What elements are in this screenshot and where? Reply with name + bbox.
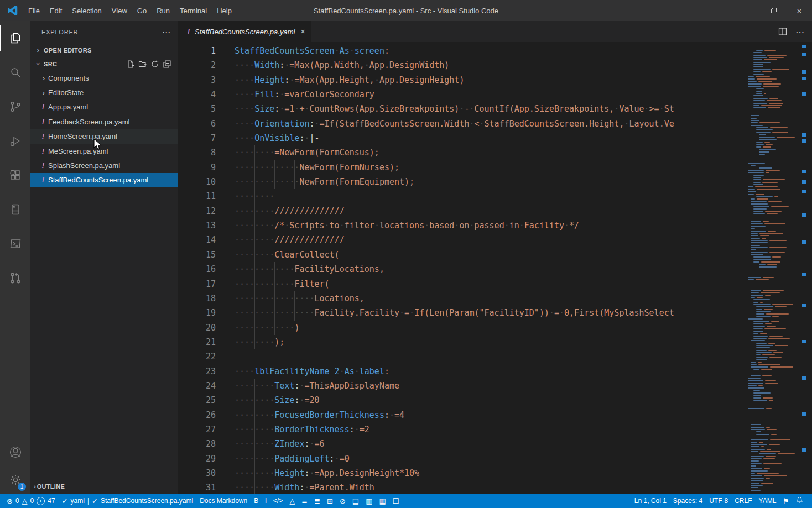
tab-close-icon[interactable]: ×	[300, 27, 305, 36]
doc-template-button[interactable]: ▤	[349, 494, 362, 508]
code-area[interactable]: 1StaffBedCountsScreen·As·screen:2····Wid…	[178, 42, 746, 494]
bold-button[interactable]: B	[251, 494, 262, 508]
minimap[interactable]	[746, 42, 797, 494]
unordered-list-button[interactable]: ≣	[311, 494, 324, 508]
code-line[interactable]: 11········	[178, 189, 746, 203]
tab-staffbedcountsscreen[interactable]: ! StaffBedCountsScreen.pa.yaml ×	[178, 21, 311, 42]
code-line[interactable]: 10·············NewForm(FormEquipment);	[178, 175, 746, 189]
code-line[interactable]: 7····OnVisible:·|-	[178, 131, 746, 145]
feedback[interactable]: ⚑	[779, 494, 793, 508]
tree-item-staffbedcountsscreen-pa-yaml[interactable]: !StaffBedCountsScreen.pa.yaml	[30, 173, 178, 187]
new-file-icon[interactable]	[126, 60, 135, 69]
src-section[interactable]: › SRC	[30, 57, 178, 71]
italic-button[interactable]: i	[262, 494, 270, 508]
doc-upload-button[interactable]: ▥	[362, 494, 376, 508]
run-debug-icon[interactable]	[0, 124, 30, 158]
tree-item-mescreen-pa-yaml[interactable]: !MeScreen.pa.yaml	[30, 144, 178, 158]
activity-bar: 1	[0, 21, 30, 494]
editor-more-icon[interactable]: ⋯	[795, 27, 804, 37]
code-line[interactable]: 14········//////////////	[178, 233, 746, 247]
preview-button[interactable]: ☐	[389, 494, 403, 508]
outline-section[interactable]: › OUTLINE	[30, 479, 178, 494]
code-line[interactable]: 15········ClearCollect(	[178, 248, 746, 262]
refresh-icon[interactable]	[150, 60, 159, 69]
code-line[interactable]: 27········BorderThickness:·=2	[178, 422, 746, 437]
remote-explorer-icon[interactable]	[0, 192, 30, 227]
language-mode[interactable]: YAML	[756, 494, 780, 508]
menu-go[interactable]: Go	[132, 0, 152, 21]
code-line[interactable]: 18················Locations,	[178, 291, 746, 306]
menu-help[interactable]: Help	[212, 0, 237, 21]
code-button[interactable]: </>	[270, 494, 286, 508]
collapse-all-icon[interactable]	[163, 60, 171, 69]
menu-file[interactable]: File	[23, 0, 45, 21]
code-line[interactable]: 23····lblFacilityName_2·As·label:	[178, 364, 746, 379]
split-editor-icon[interactable]	[778, 27, 788, 36]
code-line[interactable]: 20············)	[178, 321, 746, 335]
code-line[interactable]: 5····Size:·=1·+·CountRows(App.SizeBreakp…	[178, 102, 746, 116]
code-line[interactable]: 13········/*·Scripts·to·filter·locations…	[178, 218, 746, 233]
tree-item-splashscreen-pa-yaml[interactable]: !SplashScreen.pa.yaml	[30, 158, 178, 172]
code-line[interactable]: 12········//////////////	[178, 204, 746, 218]
code-line[interactable]: 16············FacilityLocations,	[178, 262, 746, 276]
code-line[interactable]: 17············Filter(	[178, 277, 746, 291]
overview-ruler[interactable]	[797, 42, 812, 494]
settings-gear-icon[interactable]: 1	[0, 466, 30, 494]
code-line[interactable]: 2····Width:·=Max(App.Width,·App.DesignWi…	[178, 58, 746, 72]
encoding[interactable]: UTF-8	[706, 494, 731, 508]
doc-code-button[interactable]: ▦	[376, 494, 389, 508]
code-line[interactable]: 22	[178, 349, 746, 364]
source-control-icon[interactable]	[0, 90, 30, 124]
alert-button[interactable]: △	[286, 494, 298, 508]
menu-selection[interactable]: Selection	[67, 0, 106, 21]
ordered-list-button[interactable]: ≡	[298, 494, 311, 508]
tree-item-components[interactable]: ›Components	[30, 71, 178, 85]
code-line[interactable]: 29········PaddingLeft:·=0	[178, 452, 746, 466]
code-line[interactable]: 26········FocusedBorderThickness:·=4	[178, 408, 746, 422]
table-button[interactable]: ⊞	[324, 494, 336, 508]
status-bar: ⊗0△0i47✓yaml|✓StaffBedCountsScreen.pa.ya…	[0, 494, 812, 508]
code-line[interactable]: 19················Facility.Facility·=·If…	[178, 306, 746, 320]
code-line[interactable]: 6····Orientation:·=If(StaffBedCountsScre…	[178, 117, 746, 131]
tree-item-feedbackscreen-pa-yaml[interactable]: !FeedbackScreen.pa.yaml	[30, 114, 178, 129]
menu-view[interactable]: View	[107, 0, 132, 21]
explorer-icon[interactable]	[0, 21, 30, 55]
github-pull-requests-icon[interactable]	[0, 261, 30, 295]
open-editors-section[interactable]: › OPEN EDITORS	[30, 43, 178, 57]
extensions-icon[interactable]	[0, 158, 30, 192]
menu-edit[interactable]: Edit	[45, 0, 67, 21]
restore-button[interactable]	[761, 0, 787, 21]
code-line[interactable]: 25········Size:·=20	[178, 393, 746, 407]
link-button[interactable]: ⊘	[336, 494, 349, 508]
code-line[interactable]: 3····Height:·=Max(App.Height,·App.Design…	[178, 73, 746, 87]
account-icon[interactable]	[0, 438, 30, 466]
code-line[interactable]: 24········Text:·=ThisAppDisplayName	[178, 379, 746, 393]
code-line[interactable]: 30········Height:·=App.DesignHeight*10%	[178, 466, 746, 480]
docs-markdown[interactable]: Docs Markdown	[196, 494, 251, 508]
search-icon[interactable]	[0, 55, 30, 90]
code-line[interactable]: 9·············NewForm(FormNurses);	[178, 160, 746, 175]
code-line[interactable]: 21········);	[178, 335, 746, 349]
notifications[interactable]	[793, 494, 806, 508]
new-folder-icon[interactable]	[138, 60, 147, 69]
minimize-button[interactable]: –	[736, 0, 761, 21]
terminal-powershell-icon[interactable]	[0, 227, 30, 261]
explorer-more-icon[interactable]: ⋯	[162, 27, 170, 37]
tree-item-homescreen-pa-yaml[interactable]: !HomeScreen.pa.yaml	[30, 129, 178, 144]
cursor-position[interactable]: Ln 1, Col 1	[631, 494, 670, 508]
code-line[interactable]: 28········ZIndex:·=6	[178, 437, 746, 451]
code-line[interactable]: 1StaffBedCountsScreen·As·screen:	[178, 44, 746, 58]
indentation[interactable]: Spaces: 4	[670, 494, 706, 508]
eol[interactable]: CRLF	[731, 494, 755, 508]
tree-item-app-pa-yaml[interactable]: !App.pa.yaml	[30, 100, 178, 114]
code-line[interactable]: 31········Width:·=Parent.Width	[178, 480, 746, 494]
yaml-schema-status[interactable]: ✓yaml|✓StaffBedCountsScreen.pa.yaml	[59, 494, 197, 508]
menu-run[interactable]: Run	[152, 0, 175, 21]
close-button[interactable]: ×	[787, 0, 812, 21]
indent-guide	[254, 218, 255, 233]
code-line[interactable]: 8········=NewForm(FormCensus);	[178, 145, 746, 160]
problems[interactable]: ⊗0△0i47	[3, 494, 59, 508]
code-line[interactable]: 4····Fill:·=varColorSecondary	[178, 87, 746, 102]
menu-terminal[interactable]: Terminal	[175, 0, 212, 21]
tree-item-editorstate[interactable]: ›EditorState	[30, 85, 178, 99]
